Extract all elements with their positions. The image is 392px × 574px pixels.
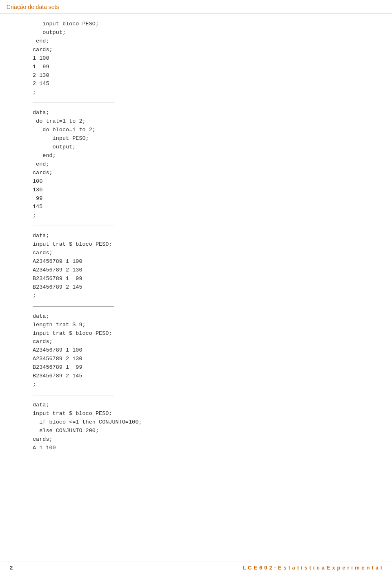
code-section-4: data; length trat $ 9; input trat $ bloc… xyxy=(33,312,359,389)
code-section-1: input bloco PESO; output; end; cards; 1 … xyxy=(33,20,359,97)
footer-page-number: 2 xyxy=(10,565,13,571)
divider-4 xyxy=(33,395,114,395)
page-title[interactable]: Criação de data sets xyxy=(7,4,59,10)
code-section-5: data; input trat $ bloco PESO; if bloco … xyxy=(33,401,359,453)
page-header: Criação de data sets xyxy=(0,0,392,13)
code-section-2: data; do trat=1 to 2; do bloco=1 to 2; i… xyxy=(33,109,359,220)
divider-1 xyxy=(33,103,114,103)
page-footer: 2 L C E 6 0 2 - E s t a t í s t i c a E … xyxy=(0,561,392,574)
main-content: input bloco PESO; output; end; cards; 1 … xyxy=(0,13,392,485)
code-section-3: data; input trat $ bloco PESO; cards; A2… xyxy=(33,232,359,300)
divider-3 xyxy=(33,306,114,307)
footer-course-title: L C E 6 0 2 - E s t a t í s t i c a E x … xyxy=(243,565,382,571)
divider-2 xyxy=(33,226,114,226)
